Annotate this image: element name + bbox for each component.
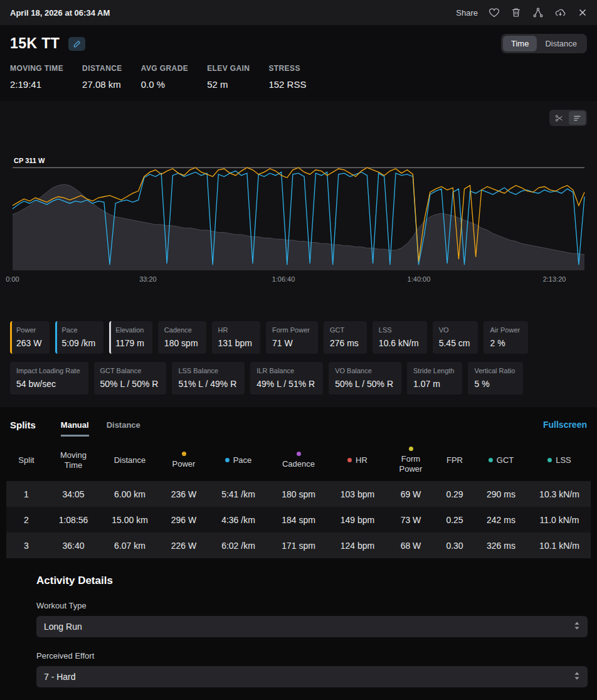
chart-toolbar <box>10 110 587 126</box>
metric-tile-label: HR <box>218 326 252 334</box>
split-cell: 326 ms <box>474 541 528 551</box>
column-header-label: Distance <box>114 455 146 465</box>
perceived-effort-select[interactable]: 7 - Hard <box>36 666 588 687</box>
splits-table: SplitMoving TimeDistancePowerPaceCadence… <box>6 440 591 558</box>
metric-tile-label: Elevation <box>115 326 144 334</box>
column-header-form-power: Form Power <box>386 447 435 474</box>
metric-tile-value: 131 bpm <box>218 338 252 348</box>
metric-tile-value: 180 spm <box>164 338 198 348</box>
column-header-label: LSS <box>556 455 571 465</box>
metric-tile-label: Form Power <box>272 326 310 334</box>
summary-stat-label: ELEV GAIN <box>207 64 250 73</box>
metric-tile-value: 50% L / 50% R <box>100 379 159 389</box>
splits-tab-distance[interactable]: Distance <box>107 420 140 437</box>
split-cell: 11.0 kN/m <box>528 515 591 525</box>
metric-tiles-primary: Power263 WPace5:09 /kmElevation1179 mCad… <box>10 321 587 354</box>
split-cell: 290 ms <box>474 489 528 499</box>
metric-tile-vo-balance[interactable]: VO Balance50% L / 50% R <box>329 362 401 395</box>
metric-tile-value: 54 bw/sec <box>16 379 80 389</box>
metric-tile-value: 5:09 /km <box>61 338 95 348</box>
metric-tile-lss[interactable]: LSS10.6 kN/m <box>372 321 427 354</box>
summary-stat: AVG GRADE0.0 % <box>141 64 188 90</box>
column-header-cadence: Cadence <box>268 447 329 474</box>
metric-tile-power[interactable]: Power263 W <box>10 321 50 354</box>
metric-tile-label: Pace <box>61 326 95 334</box>
fullscreen-button[interactable]: Fullscreen <box>543 420 587 430</box>
metric-tile-air-power[interactable]: Air Power2 % <box>483 321 528 354</box>
splits-table-header: SplitMoving TimeDistancePowerPaceCadence… <box>6 440 591 481</box>
metric-tiles-secondary: Impact Loading Rate54 bw/secGCT Balance5… <box>10 362 587 395</box>
elevation-area <box>13 184 584 270</box>
chart-tools <box>549 110 587 126</box>
splits-header: Splits ManualDistance Fullscreen <box>0 413 597 437</box>
metric-tile-stride-length[interactable]: Stride Length1.07 m <box>407 362 462 395</box>
splits-tabs: ManualDistance <box>61 420 140 437</box>
split-cell: 6.07 km <box>100 541 159 551</box>
share-button[interactable]: Share <box>456 8 478 18</box>
cp-label: CP 311 W <box>14 157 45 164</box>
delete-trash-icon[interactable] <box>510 7 522 18</box>
cloud-download-icon[interactable] <box>554 7 566 18</box>
chart-section: CP 311 W 0:0033:201:06:401:40:002:13:20 … <box>0 101 597 407</box>
metric-tile-hr[interactable]: HR131 bpm <box>212 321 260 354</box>
metric-tile-value: 51% L / 49% R <box>178 379 236 389</box>
summary-stats: MOVING TIME2:19:41DISTANCE27.08 kmAVG GR… <box>10 64 587 90</box>
column-header-lss: LSS <box>528 447 591 474</box>
activity-header: 15K TT TimeDistance MOVING TIME2:19:41DI… <box>0 25 597 101</box>
toggle-option-time[interactable]: Time <box>503 36 537 51</box>
column-header-hr: HR <box>329 447 386 474</box>
column-header-moving-time: Moving Time <box>46 447 100 474</box>
series-dot <box>225 458 230 462</box>
series-dot <box>547 458 552 462</box>
summary-stat: ELEV GAIN52 m <box>207 64 250 90</box>
x-tick-label: 1:06:40 <box>272 275 295 283</box>
summary-stat-label: AVG GRADE <box>141 64 188 73</box>
metric-tile-pace[interactable]: Pace5:09 /km <box>55 321 103 354</box>
metric-tile-gct-balance[interactable]: GCT Balance50% L / 50% R <box>94 362 167 395</box>
split-cell: 10.3 kN/m <box>528 489 591 499</box>
summary-stat-value: 52 m <box>207 79 250 90</box>
perceived-effort-label: Perceived Effort <box>36 651 588 660</box>
metric-tile-value: 2 % <box>490 338 520 348</box>
splits-table-body: 134:056.00 km236 W5:41 /km180 spm103 bpm… <box>6 481 591 558</box>
column-header-label: Moving Time <box>51 450 95 470</box>
toggle-option-distance[interactable]: Distance <box>537 36 585 51</box>
x-tick-label: 2:13:20 <box>543 275 566 283</box>
metric-tile-value: 1.07 m <box>413 379 454 389</box>
split-cell: 69 W <box>386 489 435 499</box>
metric-tile-value: 49% L / 51% R <box>256 379 315 389</box>
metric-tile-lss-balance[interactable]: LSS Balance51% L / 49% R <box>172 362 245 395</box>
split-cell: 226 W <box>159 541 208 551</box>
split-cell: 4:36 /km <box>208 515 268 525</box>
metric-tile-gct[interactable]: GCT276 ms <box>324 321 367 354</box>
integrations-icon[interactable] <box>532 7 544 18</box>
edit-title-button[interactable] <box>68 37 85 51</box>
metric-tile-label: GCT Balance <box>100 367 159 374</box>
metric-tile-ilr-balance[interactable]: ILR Balance49% L / 51% R <box>250 362 323 395</box>
crop-scissors-icon[interactable] <box>551 111 568 125</box>
metric-tile-impact-loading-rate[interactable]: Impact Loading Rate54 bw/sec <box>10 362 88 395</box>
split-cell: 3 <box>6 541 46 551</box>
activity-title: 15K TT <box>10 35 60 52</box>
metric-tile-label: Power <box>16 326 41 334</box>
metric-tile-elevation[interactable]: Elevation1179 m <box>109 321 152 354</box>
metric-tile-cadence[interactable]: Cadence180 spm <box>158 321 206 354</box>
chart-settings-icon[interactable] <box>569 111 586 125</box>
close-icon[interactable] <box>577 7 588 18</box>
metric-tile-vertical-ratio[interactable]: Vertical Ratio5 % <box>468 362 523 395</box>
activity-chart[interactable]: CP 311 W 0:0033:201:06:401:40:002:13:20 <box>13 156 584 272</box>
series-dot <box>347 458 352 462</box>
summary-stat: STRESS152 RSS <box>268 64 306 90</box>
metric-tile-label: GCT <box>330 326 359 334</box>
workout-type-value: Long Run <box>44 622 82 632</box>
metric-tile-form-power[interactable]: Form Power71 W <box>266 321 318 354</box>
splits-tab-manual[interactable]: Manual <box>61 420 89 437</box>
activity-date: April 18, 2026 at 06:34 AM <box>10 8 110 18</box>
split-row: 134:056.00 km236 W5:41 /km180 spm103 bpm… <box>6 481 591 507</box>
updown-chevron-icon <box>574 671 580 682</box>
metric-tile-vo[interactable]: VO5.45 cm <box>433 321 478 354</box>
split-cell: 10.1 kN/m <box>528 541 591 551</box>
workout-type-select[interactable]: Long Run <box>36 616 588 637</box>
favorite-heart-icon[interactable] <box>489 7 500 18</box>
x-tick-label: 0:00 <box>6 275 19 283</box>
